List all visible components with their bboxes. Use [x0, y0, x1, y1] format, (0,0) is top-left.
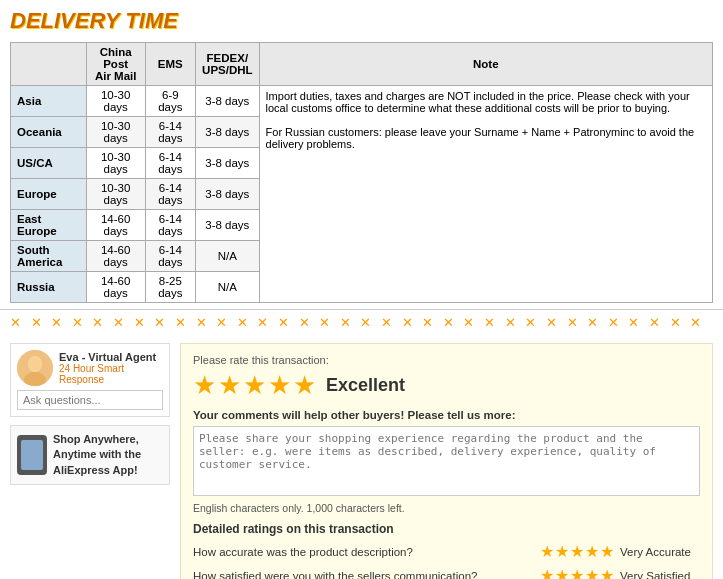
col-header-region — [11, 43, 87, 86]
note-cell: Import duties, taxes and charges are NOT… — [259, 86, 712, 303]
region-cell: Oceania — [11, 117, 87, 148]
agent-info: Eva - Virtual Agent 24 Hour Smart Respon… — [59, 351, 163, 385]
col-header-ems: EMS — [145, 43, 196, 86]
agent-header: Eva - Virtual Agent 24 Hour Smart Respon… — [17, 350, 163, 386]
phone-icon — [17, 435, 47, 475]
stars-small: ★★★★★ — [540, 566, 614, 579]
region-cell: South America — [11, 241, 87, 272]
star-large: ★ — [243, 370, 266, 401]
agent-question-input[interactable] — [17, 390, 163, 410]
star-large: ★ — [293, 370, 316, 401]
col-header-fedex: FEDEX/UPS/DHL — [196, 43, 259, 86]
china-post-cell: 10-30 days — [86, 117, 145, 148]
avatar — [17, 350, 53, 386]
phone-screen — [21, 440, 43, 470]
svg-point-3 — [29, 358, 41, 370]
delivery-table: China PostAir Mail EMS FEDEX/UPS/DHL Not… — [10, 42, 713, 303]
ems-cell: 6-14 days — [145, 117, 196, 148]
col-header-note: Note — [259, 43, 712, 86]
overall-rating-text: Excellent — [326, 375, 405, 396]
fedex-cell: 3-8 days — [196, 148, 259, 179]
china-post-cell: 10-30 days — [86, 86, 145, 117]
star-small: ★ — [555, 542, 569, 561]
star-small: ★ — [585, 566, 599, 579]
rating-question: How satisfied were you with the sellers … — [193, 570, 540, 580]
feedback-panel: Please rate this transaction: ★★★★★ Exce… — [180, 343, 713, 579]
star-large: ★ — [268, 370, 291, 401]
delivery-title: DELIVERY TIME — [10, 8, 713, 34]
col-header-china-post: China PostAir Mail — [86, 43, 145, 86]
china-post-cell: 14-60 days — [86, 210, 145, 241]
overall-rating-row: ★★★★★ Excellent — [193, 370, 700, 401]
fedex-cell: 3-8 days — [196, 179, 259, 210]
ems-cell: 6-14 days — [145, 241, 196, 272]
overall-stars: ★★★★★ — [193, 370, 316, 401]
ems-cell: 6-14 days — [145, 210, 196, 241]
star-small: ★ — [555, 566, 569, 579]
app-promo-text: Shop Anywhere,Anytime with theAliExpress… — [53, 432, 141, 478]
china-post-cell: 10-30 days — [86, 179, 145, 210]
separator-row: ✕ ✕ ✕ ✕ ✕ ✕ ✕ ✕ ✕ ✕ ✕ ✕ ✕ ✕ ✕ ✕ ✕ ✕ ✕ ✕ … — [0, 310, 723, 335]
app-promo-box: Shop Anywhere,Anytime with theAliExpress… — [10, 425, 170, 485]
rate-label: Please rate this transaction: — [193, 354, 700, 366]
region-cell: US/CA — [11, 148, 87, 179]
fedex-cell: 3-8 days — [196, 86, 259, 117]
agent-box: Eva - Virtual Agent 24 Hour Smart Respon… — [10, 343, 170, 417]
star-large: ★ — [218, 370, 241, 401]
china-post-cell: 10-30 days — [86, 148, 145, 179]
rating-row-item: How satisfied were you with the sellers … — [193, 566, 700, 579]
region-cell: East Europe — [11, 210, 87, 241]
rating-row-item: How accurate was the product description… — [193, 542, 700, 561]
china-post-cell: 14-60 days — [86, 272, 145, 303]
star-small: ★ — [585, 542, 599, 561]
feedback-textarea[interactable] — [193, 426, 700, 496]
rating-question: How accurate was the product description… — [193, 546, 540, 558]
detailed-ratings-title: Detailed ratings on this transaction — [193, 522, 700, 536]
rating-verdict: Very Accurate — [620, 546, 700, 558]
ems-cell: 8-25 days — [145, 272, 196, 303]
region-cell: Europe — [11, 179, 87, 210]
left-panel: Eva - Virtual Agent 24 Hour Smart Respon… — [10, 343, 170, 579]
detailed-ratings: How accurate was the product description… — [193, 542, 700, 579]
rating-verdict: Very Satisfied — [620, 570, 700, 580]
star-small: ★ — [570, 542, 584, 561]
delivery-section: DELIVERY TIME China PostAir Mail EMS FED… — [0, 0, 723, 310]
region-cell: Russia — [11, 272, 87, 303]
agent-subtitle: 24 Hour Smart Response — [59, 363, 163, 385]
ems-cell: 6-14 days — [145, 148, 196, 179]
bottom-section: Eva - Virtual Agent 24 Hour Smart Respon… — [0, 335, 723, 579]
ems-cell: 6-9 days — [145, 86, 196, 117]
ems-cell: 6-14 days — [145, 179, 196, 210]
star-small: ★ — [540, 566, 554, 579]
region-cell: Asia — [11, 86, 87, 117]
fedex-cell: N/A — [196, 241, 259, 272]
fedex-cell: 3-8 days — [196, 210, 259, 241]
star-small: ★ — [570, 566, 584, 579]
char-count: English characters only. 1,000 character… — [193, 502, 700, 514]
star-large: ★ — [193, 370, 216, 401]
stars-small: ★★★★★ — [540, 542, 614, 561]
fedex-cell: 3-8 days — [196, 117, 259, 148]
china-post-cell: 14-60 days — [86, 241, 145, 272]
comments-label: Your comments will help other buyers! Pl… — [193, 409, 700, 421]
star-small: ★ — [600, 566, 614, 579]
star-small: ★ — [600, 542, 614, 561]
agent-name: Eva - Virtual Agent — [59, 351, 163, 363]
fedex-cell: N/A — [196, 272, 259, 303]
star-small: ★ — [540, 542, 554, 561]
